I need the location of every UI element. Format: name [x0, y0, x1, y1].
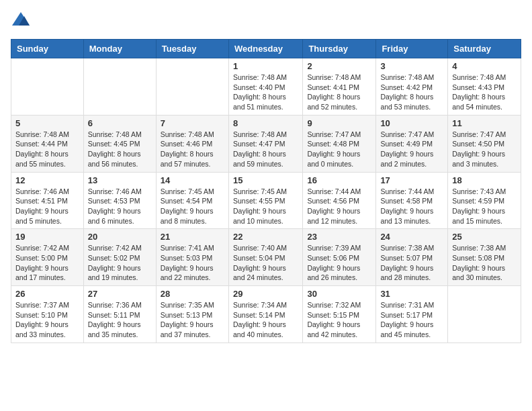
calendar-cell: 8Sunrise: 7:48 AM Sunset: 4:47 PM Daylig…: [228, 115, 302, 172]
calendar-cell: 28Sunrise: 7:35 AM Sunset: 5:13 PM Dayli…: [156, 286, 228, 343]
day-number: 29: [233, 289, 298, 299]
day-detail: Sunrise: 7:35 AM Sunset: 5:13 PM Dayligh…: [161, 300, 224, 340]
calendar-cell: [11, 58, 84, 116]
day-number: 12: [15, 175, 79, 185]
day-detail: Sunrise: 7:45 AM Sunset: 4:54 PM Dayligh…: [161, 187, 224, 226]
day-detail: Sunrise: 7:48 AM Sunset: 4:42 PM Dayligh…: [380, 73, 443, 112]
calendar-cell: 7Sunrise: 7:48 AM Sunset: 4:46 PM Daylig…: [156, 115, 228, 172]
calendar-table: SundayMondayTuesdayWednesdayThursdayFrid…: [11, 39, 521, 343]
day-number: 22: [233, 232, 298, 242]
day-of-week-header: Thursday: [303, 40, 376, 58]
day-detail: Sunrise: 7:48 AM Sunset: 4:45 PM Dayligh…: [88, 130, 152, 169]
calendar-cell: 27Sunrise: 7:36 AM Sunset: 5:11 PM Dayli…: [83, 286, 156, 343]
day-of-week-header: Monday: [83, 40, 156, 58]
calendar-cell: 24Sunrise: 7:38 AM Sunset: 5:07 PM Dayli…: [376, 229, 448, 286]
day-number: 31: [380, 289, 443, 299]
day-of-week-header: Sunday: [11, 40, 84, 58]
day-detail: Sunrise: 7:48 AM Sunset: 4:46 PM Dayligh…: [161, 130, 224, 169]
page-header: [11, 11, 521, 31]
calendar-cell: 11Sunrise: 7:47 AM Sunset: 4:50 PM Dayli…: [448, 115, 521, 172]
calendar-cell: 9Sunrise: 7:47 AM Sunset: 4:48 PM Daylig…: [303, 115, 376, 172]
day-of-week-header: Friday: [376, 40, 448, 58]
day-detail: Sunrise: 7:45 AM Sunset: 4:55 PM Dayligh…: [233, 187, 298, 226]
calendar-cell: 17Sunrise: 7:44 AM Sunset: 4:58 PM Dayli…: [376, 172, 448, 229]
day-detail: Sunrise: 7:42 AM Sunset: 5:00 PM Dayligh…: [15, 243, 79, 283]
day-number: 28: [161, 289, 224, 299]
day-detail: Sunrise: 7:48 AM Sunset: 4:44 PM Dayligh…: [15, 130, 79, 169]
calendar-cell: [83, 58, 156, 116]
day-number: 23: [307, 232, 371, 242]
calendar-header-row: SundayMondayTuesdayWednesdayThursdayFrid…: [11, 40, 521, 58]
day-number: 2: [307, 61, 371, 71]
day-detail: Sunrise: 7:47 AM Sunset: 4:48 PM Dayligh…: [307, 130, 371, 169]
calendar-cell: 12Sunrise: 7:46 AM Sunset: 4:51 PM Dayli…: [11, 172, 84, 229]
day-number: 30: [307, 289, 371, 299]
day-detail: Sunrise: 7:41 AM Sunset: 5:03 PM Dayligh…: [161, 243, 224, 283]
day-number: 8: [233, 118, 298, 128]
day-number: 26: [15, 289, 79, 299]
day-number: 6: [88, 118, 152, 128]
day-detail: Sunrise: 7:47 AM Sunset: 4:50 PM Dayligh…: [452, 130, 517, 169]
day-number: 15: [233, 175, 298, 185]
calendar-cell: 16Sunrise: 7:44 AM Sunset: 4:56 PM Dayli…: [303, 172, 376, 229]
day-number: 18: [452, 175, 517, 185]
day-number: 13: [88, 175, 152, 185]
calendar-cell: 25Sunrise: 7:38 AM Sunset: 5:08 PM Dayli…: [448, 229, 521, 286]
calendar-week-row: 26Sunrise: 7:37 AM Sunset: 5:10 PM Dayli…: [11, 286, 521, 343]
calendar-cell: 21Sunrise: 7:41 AM Sunset: 5:03 PM Dayli…: [156, 229, 228, 286]
calendar-cell: 20Sunrise: 7:42 AM Sunset: 5:02 PM Dayli…: [83, 229, 156, 286]
day-number: 14: [161, 175, 224, 185]
day-number: 16: [307, 175, 371, 185]
day-number: 17: [380, 175, 443, 185]
calendar-cell: 22Sunrise: 7:40 AM Sunset: 5:04 PM Dayli…: [228, 229, 302, 286]
day-number: 3: [380, 61, 443, 71]
day-detail: Sunrise: 7:48 AM Sunset: 4:47 PM Dayligh…: [233, 130, 298, 169]
day-detail: Sunrise: 7:37 AM Sunset: 5:10 PM Dayligh…: [15, 300, 79, 340]
calendar-cell: 18Sunrise: 7:43 AM Sunset: 4:59 PM Dayli…: [448, 172, 521, 229]
calendar-cell: 1Sunrise: 7:48 AM Sunset: 4:40 PM Daylig…: [228, 58, 302, 116]
day-detail: Sunrise: 7:48 AM Sunset: 4:43 PM Dayligh…: [452, 73, 517, 112]
calendar-cell: 19Sunrise: 7:42 AM Sunset: 5:00 PM Dayli…: [11, 229, 84, 286]
calendar-week-row: 1Sunrise: 7:48 AM Sunset: 4:40 PM Daylig…: [11, 58, 521, 116]
day-detail: Sunrise: 7:46 AM Sunset: 4:53 PM Dayligh…: [88, 187, 152, 226]
day-number: 7: [161, 118, 224, 128]
day-number: 21: [161, 232, 224, 242]
day-number: 19: [15, 232, 79, 242]
day-detail: Sunrise: 7:31 AM Sunset: 5:17 PM Dayligh…: [380, 300, 443, 340]
calendar-week-row: 19Sunrise: 7:42 AM Sunset: 5:00 PM Dayli…: [11, 229, 521, 286]
day-number: 1: [233, 61, 298, 71]
day-number: 9: [307, 118, 371, 128]
day-of-week-header: Wednesday: [228, 40, 302, 58]
day-number: 24: [380, 232, 443, 242]
day-of-week-header: Saturday: [448, 40, 521, 58]
day-detail: Sunrise: 7:42 AM Sunset: 5:02 PM Dayligh…: [88, 243, 152, 283]
day-number: 25: [452, 232, 517, 242]
calendar-cell: 26Sunrise: 7:37 AM Sunset: 5:10 PM Dayli…: [11, 286, 84, 343]
calendar-cell: [156, 58, 228, 116]
calendar-week-row: 5Sunrise: 7:48 AM Sunset: 4:44 PM Daylig…: [11, 115, 521, 172]
day-detail: Sunrise: 7:40 AM Sunset: 5:04 PM Dayligh…: [233, 243, 298, 283]
day-detail: Sunrise: 7:32 AM Sunset: 5:15 PM Dayligh…: [307, 300, 371, 340]
calendar-cell: 23Sunrise: 7:39 AM Sunset: 5:06 PM Dayli…: [303, 229, 376, 286]
calendar-cell: 10Sunrise: 7:47 AM Sunset: 4:49 PM Dayli…: [376, 115, 448, 172]
day-number: 27: [88, 289, 152, 299]
day-detail: Sunrise: 7:47 AM Sunset: 4:49 PM Dayligh…: [380, 130, 443, 169]
calendar-cell: 14Sunrise: 7:45 AM Sunset: 4:54 PM Dayli…: [156, 172, 228, 229]
calendar-cell: 13Sunrise: 7:46 AM Sunset: 4:53 PM Dayli…: [83, 172, 156, 229]
day-number: 5: [15, 118, 79, 128]
calendar-cell: 15Sunrise: 7:45 AM Sunset: 4:55 PM Dayli…: [228, 172, 302, 229]
calendar-week-row: 12Sunrise: 7:46 AM Sunset: 4:51 PM Dayli…: [11, 172, 521, 229]
day-detail: Sunrise: 7:36 AM Sunset: 5:11 PM Dayligh…: [88, 300, 152, 340]
calendar-cell: 30Sunrise: 7:32 AM Sunset: 5:15 PM Dayli…: [303, 286, 376, 343]
calendar-cell: 4Sunrise: 7:48 AM Sunset: 4:43 PM Daylig…: [448, 58, 521, 116]
day-number: 11: [452, 118, 517, 128]
day-detail: Sunrise: 7:38 AM Sunset: 5:07 PM Dayligh…: [380, 243, 443, 283]
day-detail: Sunrise: 7:39 AM Sunset: 5:06 PM Dayligh…: [307, 243, 371, 283]
calendar-cell: 29Sunrise: 7:34 AM Sunset: 5:14 PM Dayli…: [228, 286, 302, 343]
calendar-cell: [448, 286, 521, 343]
day-number: 10: [380, 118, 443, 128]
logo-icon: [11, 11, 31, 31]
calendar-cell: 6Sunrise: 7:48 AM Sunset: 4:45 PM Daylig…: [83, 115, 156, 172]
day-detail: Sunrise: 7:43 AM Sunset: 4:59 PM Dayligh…: [452, 187, 517, 226]
day-detail: Sunrise: 7:46 AM Sunset: 4:51 PM Dayligh…: [15, 187, 79, 226]
